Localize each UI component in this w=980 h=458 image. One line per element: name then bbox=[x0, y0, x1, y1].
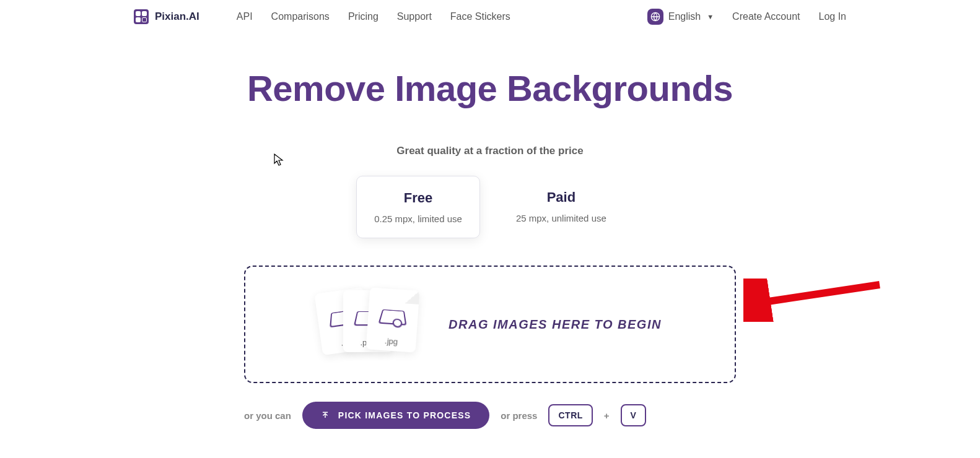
language-label: English bbox=[668, 11, 701, 22]
dropzone[interactable]: .gif .png .jpg DRAG IMAGES HERE TO BEGIN bbox=[244, 266, 736, 383]
logo[interactable]: Pixian.AI bbox=[134, 9, 199, 24]
plan-free[interactable]: Free 0.25 mpx, limited use bbox=[356, 176, 480, 238]
upload-icon bbox=[321, 411, 330, 420]
kbd-v: V bbox=[621, 404, 647, 426]
svg-line-1 bbox=[756, 285, 880, 303]
pick-images-label: PICK IMAGES TO PROCESS bbox=[338, 410, 471, 420]
page-title: Remove Image Backgrounds bbox=[211, 67, 769, 109]
kbd-plus: + bbox=[604, 410, 610, 421]
nav-pricing[interactable]: Pricing bbox=[348, 11, 378, 22]
plan-free-sub: 0.25 mpx, limited use bbox=[374, 214, 462, 224]
plans: Free 0.25 mpx, limited use Paid 25 mpx, … bbox=[211, 176, 769, 238]
main-nav: API Comparisons Pricing Support Face Sti… bbox=[237, 11, 510, 22]
plan-paid-sub: 25 mpx, unlimited use bbox=[516, 213, 606, 223]
file-stack-icon: .gif .png .jpg bbox=[318, 290, 424, 358]
nav-api[interactable]: API bbox=[237, 11, 253, 22]
nav-support[interactable]: Support bbox=[397, 11, 432, 22]
header-right: English ▼ Create Account Log In bbox=[647, 9, 846, 25]
dropzone-text: DRAG IMAGES HERE TO BEGIN bbox=[448, 318, 662, 332]
logo-icon bbox=[134, 9, 149, 24]
tagline: Great quality at a fraction of the price bbox=[211, 145, 769, 157]
or-press-label: or press bbox=[501, 410, 537, 421]
create-account-link[interactable]: Create Account bbox=[732, 11, 800, 22]
nav-face-stickers[interactable]: Face Stickers bbox=[450, 11, 510, 22]
nav-comparisons[interactable]: Comparisons bbox=[271, 11, 330, 22]
or-you-can-label: or you can bbox=[244, 410, 291, 421]
kbd-ctrl: CTRL bbox=[548, 404, 592, 426]
site-header: Pixian.AI API Comparisons Pricing Suppor… bbox=[134, 0, 846, 33]
globe-icon bbox=[647, 9, 663, 25]
plan-paid-title: Paid bbox=[516, 189, 606, 205]
hero: Remove Image Backgrounds Great quality a… bbox=[211, 67, 769, 238]
annotation-arrow-icon bbox=[743, 279, 886, 324]
language-picker[interactable]: English ▼ bbox=[647, 9, 714, 25]
file-ext-jpg: .jpg bbox=[385, 336, 398, 346]
plan-paid[interactable]: Paid 25 mpx, unlimited use bbox=[499, 176, 624, 238]
logo-text: Pixian.AI bbox=[155, 11, 199, 23]
chevron-down-icon: ▼ bbox=[707, 13, 714, 20]
pick-images-button[interactable]: PICK IMAGES TO PROCESS bbox=[302, 402, 489, 429]
log-in-link[interactable]: Log In bbox=[819, 11, 846, 22]
plan-free-title: Free bbox=[374, 190, 462, 206]
actions-row: or you can PICK IMAGES TO PROCESS or pre… bbox=[244, 402, 736, 429]
